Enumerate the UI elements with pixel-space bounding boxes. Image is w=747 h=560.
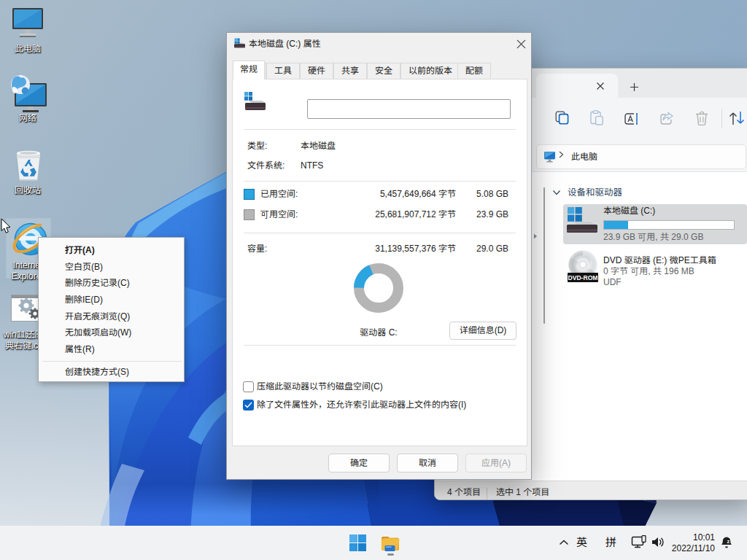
svg-text:z: z — [727, 538, 730, 545]
svg-text:DVD-ROM: DVD-ROM — [568, 274, 597, 281]
